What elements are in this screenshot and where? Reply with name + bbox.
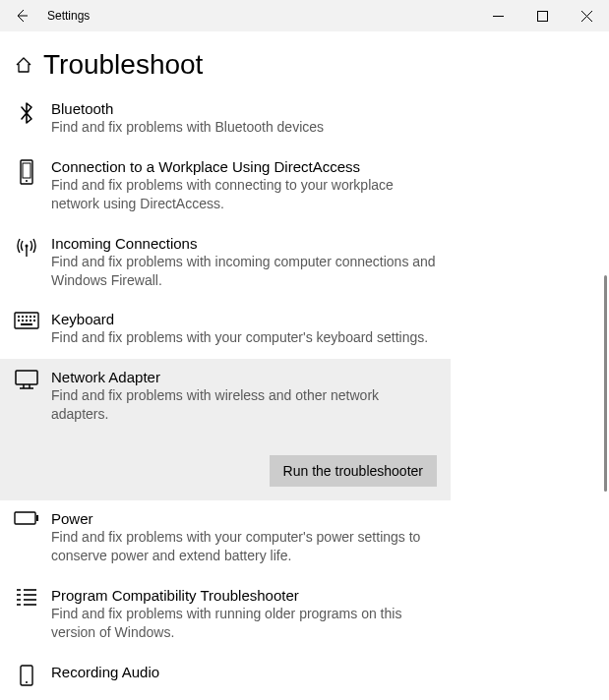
item-recording[interactable]: Recording Audio (0, 654, 451, 698)
svg-rect-5 (23, 163, 30, 178)
page-header: Troubleshoot (0, 31, 609, 90)
item-desc: Find and fix problems with your computer… (51, 528, 437, 565)
antenna-icon (14, 235, 39, 290)
item-power[interactable]: Power Find and fix problems with your co… (0, 500, 451, 577)
item-title: Power (51, 510, 437, 527)
battery-icon (14, 510, 39, 565)
item-network-adapter[interactable]: Network Adapter Find and fix problems wi… (0, 359, 451, 438)
list-icon (14, 587, 39, 642)
item-incoming[interactable]: Incoming Connections Find and fix proble… (0, 225, 451, 302)
window-title: Settings (47, 9, 90, 23)
back-arrow-icon (14, 8, 30, 24)
page-title: Troubleshoot (43, 49, 203, 81)
item-title: Network Adapter (51, 369, 437, 385)
run-row: Run the troubleshooter (0, 438, 451, 500)
item-desc: Find and fix problems with running older… (51, 605, 437, 642)
item-title: Incoming Connections (51, 235, 437, 252)
svg-rect-11 (22, 316, 24, 318)
item-keyboard[interactable]: Keyboard Find and fix problems with your… (0, 301, 451, 359)
minimize-button[interactable] (476, 0, 520, 31)
item-title: Keyboard (51, 311, 428, 327)
item-compat[interactable]: Program Compatibility Troubleshooter Fin… (0, 577, 451, 654)
item-desc: Find and fix problems with your computer… (51, 328, 428, 347)
phone-audio-icon (14, 664, 39, 686)
svg-rect-13 (30, 316, 31, 318)
item-title: Bluetooth (51, 100, 324, 117)
svg-rect-20 (21, 323, 32, 325)
svg-rect-15 (18, 320, 20, 321)
minimize-icon (493, 11, 504, 22)
svg-rect-26 (36, 515, 38, 521)
svg-rect-10 (18, 316, 20, 318)
bluetooth-icon (14, 100, 39, 137)
run-troubleshooter-button[interactable]: Run the troubleshooter (270, 455, 437, 487)
maximize-button[interactable] (520, 0, 565, 31)
home-button[interactable] (12, 56, 35, 74)
item-title: Program Compatibility Troubleshooter (51, 587, 437, 604)
close-button[interactable] (565, 0, 609, 31)
svg-rect-18 (30, 320, 31, 321)
svg-point-6 (26, 180, 28, 182)
svg-rect-19 (33, 320, 35, 321)
svg-rect-12 (26, 316, 28, 318)
svg-rect-16 (22, 320, 24, 321)
maximize-icon (537, 11, 548, 22)
titlebar: Settings (0, 0, 609, 31)
back-button[interactable] (6, 8, 37, 24)
svg-rect-25 (15, 512, 35, 524)
svg-rect-14 (33, 316, 35, 318)
close-icon (581, 11, 592, 22)
phone-icon (14, 158, 39, 213)
svg-rect-17 (26, 320, 28, 321)
item-bluetooth[interactable]: Bluetooth Find and fix problems with Blu… (0, 90, 451, 148)
monitor-icon (14, 369, 39, 424)
keyboard-icon (14, 311, 39, 347)
item-desc: Find and fix problems with wireless and … (51, 386, 437, 424)
svg-rect-1 (538, 11, 548, 21)
scrollbar[interactable] (604, 275, 607, 492)
item-title: Recording Audio (51, 664, 159, 680)
svg-rect-21 (16, 371, 37, 384)
item-desc: Find and fix problems with incoming comp… (51, 253, 437, 290)
item-directaccess[interactable]: Connection to a Workplace Using DirectAc… (0, 148, 451, 225)
troubleshooter-list: Bluetooth Find and fix problems with Blu… (0, 90, 609, 698)
svg-point-36 (26, 681, 28, 683)
item-desc: Find and fix problems with Bluetooth dev… (51, 118, 324, 137)
home-icon (15, 56, 32, 74)
item-title: Connection to a Workplace Using DirectAc… (51, 158, 437, 175)
item-desc: Find and fix problems with connecting to… (51, 176, 437, 213)
